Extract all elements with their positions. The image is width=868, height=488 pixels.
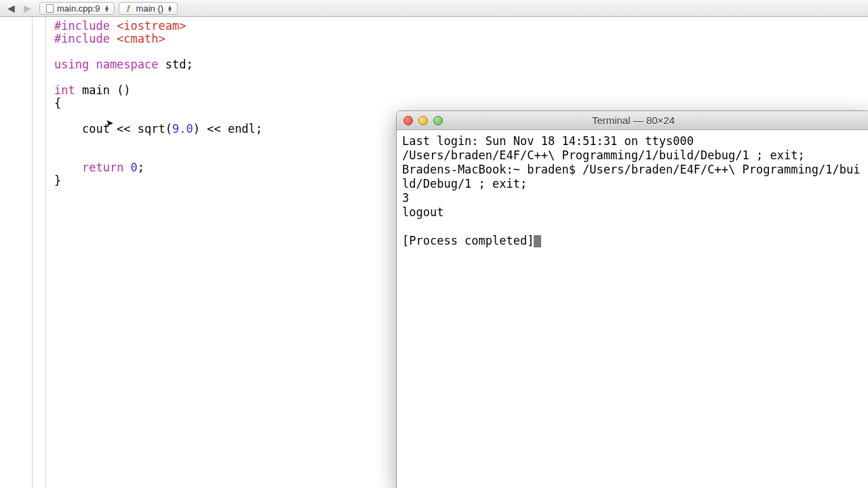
terminal-line: /Users/braden/E4F/C++\ Programming/1/bui… xyxy=(402,148,865,163)
terminal-line: 3 xyxy=(402,191,865,205)
nav-back-icon[interactable]: ◀ xyxy=(3,1,19,15)
chevron-updown-icon: ▴▾ xyxy=(168,5,172,12)
nav-forward-icon[interactable]: ▶ xyxy=(19,1,35,15)
code-line[interactable] xyxy=(54,71,860,84)
window-controls xyxy=(403,116,443,125)
breadcrumb-file-label: main.cpp:9 xyxy=(57,3,100,14)
minimize-icon[interactable] xyxy=(418,116,428,125)
terminal-output[interactable]: Last login: Sun Nov 18 14:51:31 on ttys0… xyxy=(397,130,868,252)
code-line[interactable]: { xyxy=(54,97,860,110)
zoom-icon[interactable] xyxy=(433,116,443,125)
code-line[interactable]: using namespace std; xyxy=(54,58,860,71)
breadcrumb-function-label: main () xyxy=(136,3,163,14)
terminal-line: Last login: Sun Nov 18 14:51:31 on ttys0… xyxy=(402,134,865,148)
breadcrumb-function[interactable]: ƒ main () ▴▾ xyxy=(119,2,178,15)
terminal-line xyxy=(402,220,865,234)
terminal-line: Bradens-MacBook:~ braden$ /Users/braden/… xyxy=(402,163,865,191)
line-number-gutter xyxy=(0,17,33,488)
fold-gutter xyxy=(33,17,46,488)
file-icon xyxy=(45,4,54,12)
terminal-window[interactable]: Terminal — 80×24 Last login: Sun Nov 18 … xyxy=(396,110,868,488)
breadcrumb-file[interactable]: main.cpp:9 ▴▾ xyxy=(39,2,115,15)
code-line[interactable]: #include <cmath> xyxy=(54,33,860,45)
chevron-updown-icon: ▴▾ xyxy=(105,5,108,12)
terminal-title: Terminal — 80×24 xyxy=(397,115,868,126)
terminal-line: logout xyxy=(402,205,865,220)
close-icon[interactable] xyxy=(403,116,413,125)
terminal-titlebar[interactable]: Terminal — 80×24 xyxy=(397,111,868,130)
terminal-cursor xyxy=(534,235,541,247)
code-line[interactable]: int main () xyxy=(54,84,860,97)
terminal-line: [Process completed] xyxy=(402,234,865,248)
code-line[interactable] xyxy=(54,45,860,58)
code-line[interactable]: #include <iostream> xyxy=(54,20,860,33)
function-icon: ƒ xyxy=(125,4,133,12)
breadcrumb-bar: ◀ ▶ main.cpp:9 ▴▾ ƒ main () ▴▾ xyxy=(0,0,868,17)
